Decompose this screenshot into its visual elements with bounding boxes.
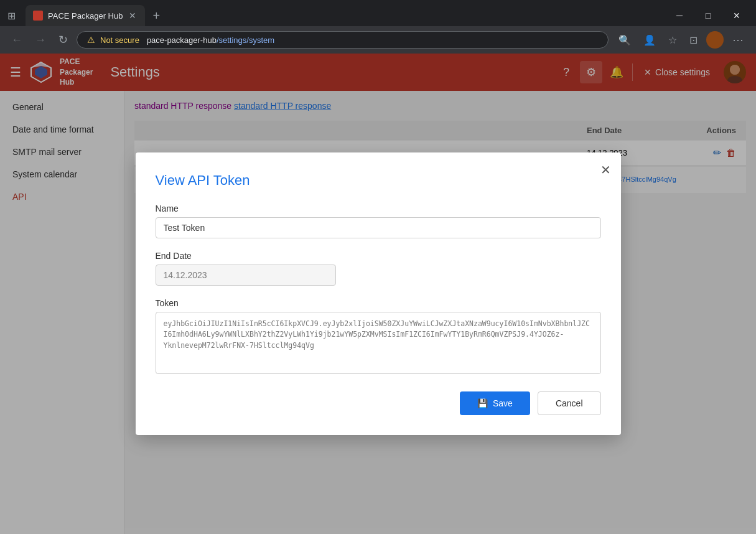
tab-favicon [33, 11, 43, 21]
end-date-label: End Date [156, 251, 601, 261]
sidebar-toggle-btn[interactable]: ⊞ [5, 7, 18, 24]
save-label: Save [493, 398, 513, 408]
modal-actions: 💾 Save Cancel [156, 391, 601, 415]
view-api-token-modal: View API Token ✕ Name End Date Token eyJ… [136, 152, 621, 435]
modal-close-btn[interactable]: ✕ [600, 162, 611, 177]
browser-chrome: ⊞ PACE Packager Hub ✕ + ─ □ ✕ ← → ↻ ⚠ No… [0, 0, 756, 54]
window-controls: ─ □ ✕ [665, 6, 751, 26]
token-textarea[interactable]: eyJhbGciOiJIUzI1NiIsInR5cCI6IkpXVCJ9.eyJ… [156, 312, 601, 374]
tab-bar: ⊞ PACE Packager Hub ✕ + ─ □ ✕ [0, 0, 756, 26]
name-input[interactable] [156, 217, 601, 238]
maximize-btn[interactable]: □ [694, 6, 722, 26]
menu-btn[interactable]: ⋯ [727, 30, 749, 49]
collections-btn[interactable]: ⊡ [684, 32, 702, 49]
save-icon: 💾 [477, 398, 488, 408]
user-avatar [706, 31, 724, 49]
window-controls-left: ⊞ [5, 7, 18, 24]
browser-controls: ← → ↻ ⚠ Not secure pace-packager-hub/set… [0, 26, 756, 54]
address-path: /settings/system [217, 35, 274, 45]
forward-btn[interactable]: → [31, 31, 50, 49]
modal-overlay: View API Token ✕ Name End Date Token eyJ… [0, 54, 756, 534]
search-btn[interactable]: 🔍 [614, 32, 636, 49]
minimize-btn[interactable]: ─ [665, 6, 694, 26]
active-tab[interactable]: PACE Packager Hub ✕ [26, 5, 145, 26]
profile-avatar-btn[interactable] [705, 30, 725, 50]
profile-btn[interactable]: 👤 [638, 32, 661, 49]
name-label: Name [156, 204, 601, 213]
security-warning-icon: ⚠ [87, 35, 95, 45]
favorites-btn[interactable]: ☆ [663, 32, 682, 49]
end-date-input[interactable] [156, 265, 336, 286]
token-label: Token [156, 298, 601, 308]
back-btn[interactable]: ← [7, 31, 26, 49]
save-button[interactable]: 💾 Save [460, 391, 530, 415]
end-date-field-group: End Date [156, 251, 601, 286]
browser-action-icons: 🔍 👤 ☆ ⊡ ⋯ [614, 30, 749, 50]
address-domain: pace-packager-hub [147, 35, 217, 45]
new-tab-btn[interactable]: + [147, 7, 165, 24]
modal-title: View API Token [156, 172, 601, 189]
address-bar[interactable]: ⚠ Not secure pace-packager-hub/settings/… [77, 31, 609, 49]
close-window-btn[interactable]: ✕ [722, 6, 751, 26]
reload-btn[interactable]: ↻ [55, 30, 72, 49]
cancel-button[interactable]: Cancel [538, 391, 601, 415]
address-text: pace-packager-hub/settings/system [147, 35, 274, 45]
name-field-group: Name [156, 204, 601, 238]
tab-title: PACE Packager Hub [48, 11, 123, 21]
security-warning-text: Not secure [100, 35, 139, 45]
token-field-group: Token eyJhbGciOiJIUzI1NiIsInR5cCI6IkpXVC… [156, 298, 601, 377]
svg-rect-0 [34, 12, 42, 19]
tab-close-btn[interactable]: ✕ [128, 11, 138, 21]
